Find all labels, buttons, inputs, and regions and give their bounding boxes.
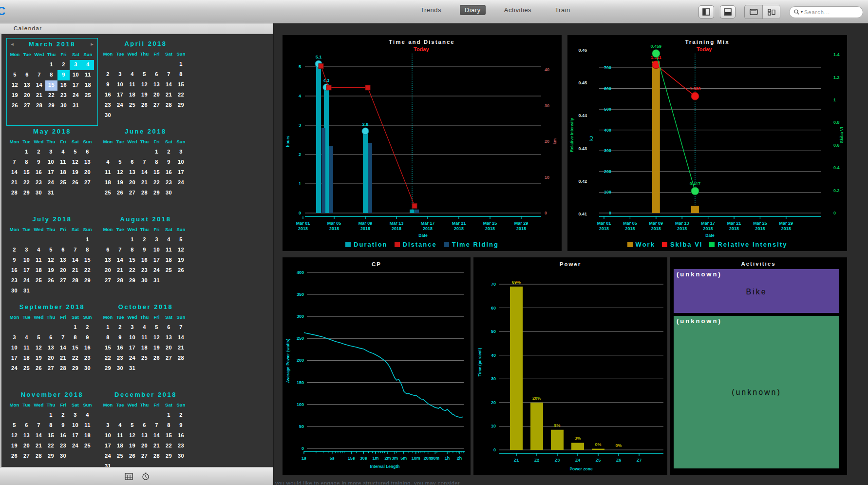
calendar-day-cell[interactable]: 9 — [138, 245, 151, 255]
calendar-day-cell[interactable]: 18 — [81, 431, 94, 441]
activity-block[interactable]: (unknown)Bike — [674, 269, 839, 313]
calendar-day-cell[interactable]: 2 — [163, 147, 175, 157]
calendar-day-cell[interactable]: 9 — [175, 421, 187, 431]
calendar-day-cell[interactable]: 29 — [69, 364, 81, 374]
calendar-day-cell[interactable]: 16 — [102, 90, 114, 100]
calendar-day-cell[interactable]: 3 — [69, 410, 81, 421]
calendar-day-cell[interactable]: 19 — [69, 168, 81, 178]
calendar-day-cell[interactable]: 21 — [151, 441, 163, 451]
calendar-day-cell[interactable]: 9 — [8, 255, 20, 266]
calendar-day-cell[interactable]: 12 — [126, 431, 138, 441]
activity-block[interactable]: (unknown)(unknown) — [674, 316, 839, 468]
calendar-day-cell[interactable]: 18 — [114, 441, 126, 451]
calendar-day-cell[interactable]: 1 — [69, 323, 81, 333]
calendar-day-cell[interactable]: 27 — [57, 276, 69, 286]
calendar-day-cell[interactable]: 9 — [57, 70, 70, 80]
calendar-day-cell[interactable]: 13 — [151, 80, 163, 90]
calendar-day-cell[interactable]: 12 — [69, 157, 81, 168]
calendar-day-cell[interactable]: 5 — [175, 235, 187, 245]
calendar-day-cell[interactable]: 5 — [126, 421, 138, 431]
calendar-day-cell[interactable]: 1 — [20, 147, 33, 157]
calendar-day-cell[interactable]: 8 — [126, 245, 138, 255]
calendar-day-cell[interactable]: 27 — [102, 276, 114, 286]
calendar-day-cell[interactable]: 12 — [33, 343, 45, 353]
calendar-day-cell[interactable]: 22 — [81, 266, 94, 276]
calendar-day-cell[interactable]: 19 — [138, 90, 151, 100]
calendar-day-cell[interactable]: 7 — [175, 323, 187, 333]
calendar-day-cell[interactable]: 30 — [81, 364, 94, 374]
calendar-day-cell[interactable]: 6 — [81, 147, 94, 157]
calendar-day-cell[interactable]: 17 — [175, 168, 187, 178]
calendar-day-cell[interactable]: 27 — [138, 451, 151, 462]
calendar-day-cell[interactable]: 7 — [8, 157, 20, 168]
calendar-day-cell[interactable]: 6 — [21, 70, 33, 80]
calendar-day-cell[interactable]: 10 — [126, 333, 138, 343]
calendar-day-cell[interactable]: 26 — [114, 188, 126, 198]
calendar-day-cell[interactable]: 27 — [163, 353, 175, 364]
calendar-day-cell[interactable]: 1 — [126, 235, 138, 245]
calendar-day-cell[interactable]: 29 — [126, 276, 138, 286]
calendar-day-cell[interactable]: 6 — [20, 421, 33, 431]
calendar-day-cell[interactable]: 10 — [45, 157, 57, 168]
calendar-day-cell[interactable]: 12 — [138, 80, 151, 90]
calendar-day-cell[interactable]: 23 — [57, 441, 69, 451]
calendar-day-cell[interactable]: 21 — [163, 90, 175, 100]
calendar-day-cell[interactable]: 11 — [33, 255, 45, 266]
calendar-day-cell[interactable]: 30 — [163, 188, 175, 198]
calendar-day-cell[interactable]: 2 — [57, 410, 69, 421]
calendar-day-cell[interactable]: 18 — [102, 178, 114, 188]
calendar-day-cell[interactable]: 4 — [102, 157, 114, 168]
calendar-day-cell[interactable]: 15 — [102, 343, 114, 353]
calendar-day-cell[interactable]: 13 — [138, 431, 151, 441]
calendar-day-cell[interactable]: 15 — [69, 343, 81, 353]
calendar-day-cell[interactable]: 19 — [114, 178, 126, 188]
calendar-day-cell[interactable]: 3 — [45, 147, 57, 157]
calendar-day-cell[interactable]: 24 — [20, 276, 33, 286]
calendar-day-cell[interactable]: 20 — [20, 441, 33, 451]
calendar-day-cell[interactable]: 4 — [82, 60, 94, 70]
calendar-day-cell[interactable]: 10 — [102, 431, 114, 441]
calendar-day-cell[interactable]: 1 — [81, 235, 94, 245]
calendar-day-cell[interactable]: 14 — [114, 255, 126, 266]
calendar-day-cell[interactable]: 22 — [45, 91, 57, 101]
calendar-day-cell[interactable]: 17 — [102, 441, 114, 451]
calendar-day-cell[interactable]: 15 — [126, 255, 138, 266]
calendar-day-cell[interactable]: 7 — [163, 70, 175, 80]
calendar-day-cell[interactable]: 22 — [126, 266, 138, 276]
calendar-day-cell[interactable]: 13 — [163, 333, 175, 343]
calendar-day-cell[interactable]: 20 — [126, 178, 138, 188]
tab-trends[interactable]: Trends — [415, 5, 446, 15]
toggle-lowbar-button[interactable] — [720, 5, 736, 19]
calendar-day-cell[interactable]: 19 — [126, 441, 138, 451]
calendar-day-cell[interactable]: 7 — [57, 333, 69, 343]
calendar-day-cell[interactable]: 9 — [33, 157, 45, 168]
calendar-day-cell[interactable]: 10 — [151, 245, 163, 255]
calendar-day-cell[interactable]: 3 — [8, 333, 20, 343]
calendar-day-cell[interactable]: 2 — [33, 147, 45, 157]
calendar-day-cell[interactable]: 7 — [33, 70, 45, 80]
calendar-day-cell[interactable]: 3 — [102, 421, 114, 431]
calendar-day-cell[interactable]: 1 — [175, 59, 187, 70]
calendar-day-cell[interactable]: 16 — [81, 343, 94, 353]
calendar-day-cell[interactable]: 26 — [9, 101, 21, 111]
calendar-day-cell[interactable]: 28 — [69, 276, 81, 286]
calendar-day-cell[interactable]: 10 — [8, 343, 20, 353]
calendar-day-cell[interactable]: 4 — [138, 323, 151, 333]
calendar-day-cell[interactable]: 2 — [102, 70, 114, 80]
calendar-day-cell[interactable]: 10 — [70, 70, 82, 80]
calendar-day-cell[interactable]: 11 — [57, 157, 69, 168]
calendar-day-cell[interactable]: 14 — [175, 333, 187, 343]
calendar-day-cell[interactable]: 30 — [138, 276, 151, 286]
calendar-day-cell[interactable]: 31 — [151, 276, 163, 286]
calendar-day-cell[interactable]: 30 — [57, 101, 70, 111]
calendar-day-cell[interactable]: 25 — [126, 100, 138, 111]
calendar-day-cell[interactable]: 30 — [114, 364, 126, 374]
calendar-day-cell[interactable]: 17 — [45, 168, 57, 178]
calendar-day-cell[interactable]: 28 — [57, 364, 69, 374]
calendar-day-cell[interactable]: 30 — [33, 188, 45, 198]
calendar-day-cell[interactable]: 20 — [151, 90, 163, 100]
calendar-day-cell[interactable]: 11 — [126, 80, 138, 90]
calendar-day-cell[interactable]: 22 — [69, 353, 81, 364]
calendar-day-cell[interactable]: 3 — [175, 147, 187, 157]
calendar-day-cell[interactable]: 8 — [151, 157, 163, 168]
